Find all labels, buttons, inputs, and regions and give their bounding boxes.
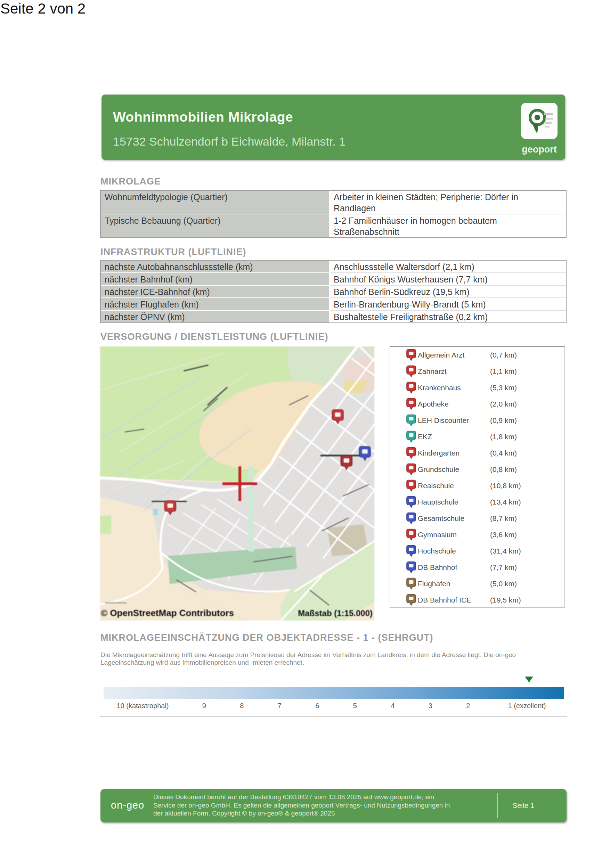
svg-text:© OpenStreetMap Contributors: © OpenStreetMap Contributors	[101, 608, 234, 618]
svg-text:Maßstab (1:15.000): Maßstab (1:15.000)	[298, 608, 373, 618]
